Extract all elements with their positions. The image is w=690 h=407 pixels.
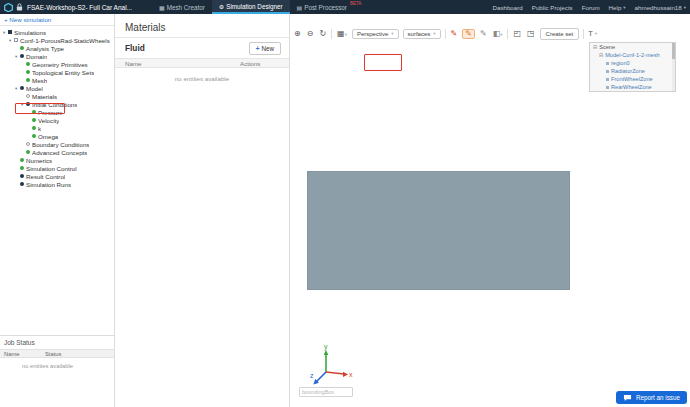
tree-item-mesh[interactable]: Mesh — [0, 76, 114, 84]
tab-simulation-designer[interactable]: ⚙ Simulation Designer — [212, 0, 290, 14]
tree-item-omega[interactable]: Omega — [0, 132, 114, 140]
tree-item-numerics[interactable]: Numerics — [0, 156, 114, 164]
gear-icon: ⚙ — [219, 3, 224, 10]
tree-item-initial-conditions[interactable]: ▾Initial Conditions — [0, 100, 114, 108]
mesh-region-icon — [606, 62, 609, 65]
help-menu[interactable]: Help ▾ — [609, 4, 626, 11]
collapse-icon[interactable]: ⊟ — [599, 52, 603, 58]
mesh-display-icon[interactable]: ▦▾ — [336, 30, 348, 38]
status-dot-complete — [32, 118, 36, 122]
scene-region-item[interactable]: RadiatorZone — [590, 67, 675, 75]
chat-icon — [623, 394, 632, 402]
collapse-icon[interactable]: ⊟ — [593, 44, 597, 50]
mesh-region-icon — [606, 70, 609, 73]
chart-icon: ▤ — [297, 4, 303, 11]
workflow-tabs: ▦ Mesh Creator ⚙ Simulation Designer ▤ P… — [152, 0, 368, 14]
tree-item-analysis-type[interactable]: Analysis Type — [0, 44, 114, 52]
tree-item-geometry-primitives[interactable]: Geometry Primitives — [0, 60, 114, 68]
axis-x-label: x — [349, 371, 353, 378]
tree-item-materials[interactable]: Materials — [0, 92, 114, 100]
dashboard-link[interactable]: Dashboard — [492, 4, 522, 11]
tab-post-processor[interactable]: ▤ Post Processor BETA — [290, 0, 369, 14]
column-name: Name — [125, 60, 240, 67]
simscale-logo-icon[interactable] — [4, 3, 13, 12]
project-title: FSAE-Workshop-S2- Full Car Anal... — [27, 4, 132, 11]
status-dot-complete — [32, 134, 36, 138]
page-title: Materials — [125, 22, 166, 33]
column-status: Status — [45, 351, 61, 357]
materials-panel: Materials Fluid + New Name Actions no en… — [115, 14, 290, 407]
status-dot-complete — [26, 70, 30, 74]
scene-region-item[interactable]: FrontWheelZone — [590, 75, 675, 83]
pick-face-tool-icon[interactable]: ✎ — [450, 30, 459, 38]
new-simulation-button[interactable]: + New simulation — [4, 16, 51, 23]
tree-item-result-control[interactable]: Result Control — [0, 172, 114, 180]
tree-item-domain[interactable]: ▾Domain — [0, 52, 114, 60]
folder-icon — [8, 30, 12, 34]
materials-table-header: Name Actions — [115, 58, 289, 68]
status-dot-complete — [26, 62, 30, 66]
divider — [583, 29, 584, 39]
mesh-region-icon — [606, 78, 609, 81]
tree-item-simulation-control[interactable]: Simulation Control — [0, 164, 114, 172]
tree-item-configuration[interactable]: ▾Conf-1-PorousRad-StaticWheels — [0, 36, 114, 44]
zoom-out-icon[interactable]: ⊖ — [306, 30, 315, 38]
tree-item-topological-entity-sets[interactable]: Topological Entity Sets — [0, 68, 114, 76]
paint-select-icon[interactable]: ◧▾ — [492, 30, 504, 38]
zoom-in-icon[interactable]: ⊕ — [293, 30, 302, 38]
lock-icon — [16, 3, 23, 11]
column-name: Name — [4, 351, 19, 357]
tree-item-simulations[interactable]: ▾Simulations — [0, 28, 114, 36]
materials-header: Materials — [115, 14, 289, 38]
new-material-button[interactable]: + New — [249, 42, 281, 55]
job-status-panel: Job Status Name Status no entities avail… — [0, 335, 115, 407]
scene-root-item[interactable]: ⊟ Scene — [590, 43, 675, 51]
scene-region-item[interactable]: RearWheelZone — [590, 83, 675, 91]
user-menu[interactable]: ahmedhussain18 ▾ — [635, 4, 686, 11]
tree-item-boundary-conditions[interactable]: Boundary Conditions — [0, 140, 114, 148]
tree-item-simulation-runs[interactable]: Simulation Runs — [0, 180, 114, 188]
scene-region-item[interactable]: region0 — [590, 59, 675, 67]
forum-link[interactable]: Forum — [582, 4, 600, 11]
render-mode-select[interactable]: surfaces▾ — [403, 29, 441, 39]
status-dot-group — [26, 102, 30, 106]
tree-item-velocity[interactable]: Velocity — [0, 116, 114, 124]
model-render-boundingbox[interactable] — [307, 171, 570, 290]
scene-tree-panel: ⊟ Scene ⊟ Model-Conf-1-2-mesh region0 Ra… — [589, 42, 676, 92]
tree-item-model[interactable]: ▾Model — [0, 84, 114, 92]
create-set-button[interactable]: Create set — [540, 28, 580, 40]
axis-orientation-triad: y z x — [310, 342, 356, 388]
new-simulation-bar: + New simulation — [0, 14, 114, 26]
pick-edge-tool-icon[interactable]: ✎ — [479, 30, 488, 38]
divider — [445, 29, 446, 39]
status-dot-group — [20, 54, 24, 58]
mesh-region-icon — [606, 86, 609, 89]
projection-select[interactable]: Perspective▾ — [352, 29, 399, 39]
chevron-down-icon: ▾ — [623, 5, 625, 10]
materials-empty-text: no entities available — [115, 68, 289, 82]
scene-model-item[interactable]: ⊟ Model-Conf-1-2-mesh — [590, 51, 675, 59]
scrollbar[interactable] — [672, 43, 675, 91]
top-navbar: FSAE-Workshop-S2- Full Car Anal... ▦ Mes… — [0, 0, 690, 14]
text-annotation-tool[interactable]: T▾ — [588, 29, 597, 38]
tab-mesh-creator[interactable]: ▦ Mesh Creator — [152, 0, 212, 14]
report-issue-button[interactable]: Report an issue — [616, 391, 687, 404]
status-dot-complete — [20, 46, 24, 50]
status-dot-complete — [20, 158, 24, 162]
axis-y-label: y — [324, 343, 328, 351]
plus-icon: + — [256, 45, 260, 52]
column-actions: Actions — [240, 60, 260, 67]
fit-view-icon[interactable]: ◰ — [512, 30, 522, 38]
chevron-down-icon: ▾ — [391, 31, 393, 36]
grid-icon: ▦ — [159, 4, 165, 11]
tree-item-advanced-concepts[interactable]: Advanced Concepts — [0, 148, 114, 156]
tree-item-pressure[interactable]: Pressure — [0, 108, 114, 116]
isometric-view-icon[interactable]: ◳ — [526, 30, 536, 38]
pick-volume-tool-icon[interactable]: ✎ — [462, 29, 475, 39]
app-window: FSAE-Workshop-S2- Full Car Anal... ▦ Mes… — [0, 0, 690, 407]
chevron-down-icon: ▾ — [595, 31, 597, 36]
reset-view-icon[interactable]: ↻ — [318, 30, 327, 38]
public-projects-link[interactable]: Public Projects — [532, 4, 573, 11]
tree-item-k[interactable]: k — [0, 124, 114, 132]
viewport-filter-input[interactable] — [299, 387, 353, 397]
